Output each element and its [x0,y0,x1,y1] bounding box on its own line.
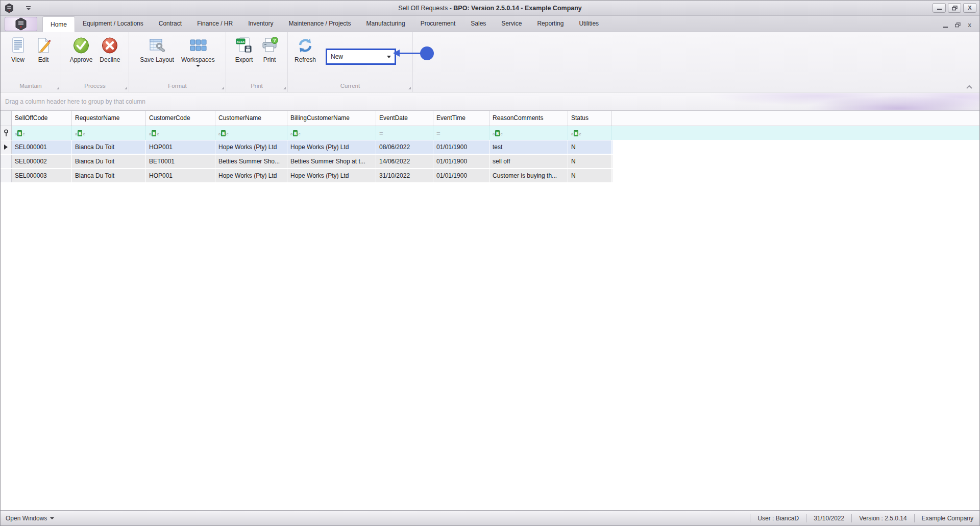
column-header-requestorname[interactable]: RequestorName [72,111,146,126]
tab-inventory[interactable]: Inventory [240,16,281,32]
filter-cell-billingcustomername[interactable]: aBc [287,126,376,140]
cell-reasoncomments[interactable]: test [489,140,568,154]
decline-button[interactable]: Decline [96,35,124,65]
row-indicator-header [1,111,12,126]
tab-manufacturing[interactable]: Manufacturing [359,16,413,32]
cell-requestorname[interactable]: Bianca Du Toit [72,155,146,168]
cell-eventtime[interactable]: 01/01/1900 [433,140,489,154]
tab-contract[interactable]: Contract [151,16,189,32]
cell-reasoncomments[interactable]: Customer is buying th... [489,169,568,182]
column-header-customername[interactable]: CustomerName [215,111,287,126]
cell-billingcustomername[interactable]: Betties Summer Shop at t... [287,155,376,168]
filter-cell-eventdate[interactable]: = [376,126,433,140]
column-header-billingcustomername[interactable]: BillingCustomerName [287,111,376,126]
cell-status[interactable]: N [568,140,612,154]
filter-cell-customercode[interactable]: aBc [146,126,215,140]
group-by-hint: Drag a column header here to group by th… [1,98,145,105]
column-header-reasoncomments[interactable]: ReasonComments [489,111,568,126]
filter-cell-status[interactable]: aBc [568,126,612,140]
cell-customercode[interactable]: BET0001 [146,155,215,168]
current-filter-combo[interactable]: New [326,49,396,65]
cell-billingcustomername[interactable]: Hope Works (Pty) Ltd [287,169,376,182]
filter-cell-selloffcode[interactable]: aBc [12,126,72,140]
mdi-minimize-icon[interactable] [943,27,948,28]
cell-customercode[interactable]: HOP001 [146,169,215,182]
svg-text:XLSX: XLSX [237,40,245,43]
workspaces-button[interactable]: Workspaces [178,35,218,68]
ribbon-group-print: XLSX Export ? [226,32,288,92]
cell-status[interactable]: N [568,169,612,182]
cell-eventtime[interactable]: 01/01/1900 [433,169,489,182]
tab-finance-hr[interactable]: Finance / HR [189,16,240,32]
export-button[interactable]: XLSX Export [231,35,257,65]
close-button[interactable]: X [963,3,976,13]
refresh-button[interactable]: Refresh [291,35,320,65]
cell-selloffcode[interactable]: SEL000002 [12,155,72,168]
restore-button[interactable] [948,3,961,13]
print-button[interactable]: ? Print [257,35,282,65]
filter-cell-customername[interactable]: aBc [215,126,287,140]
cell-requestorname[interactable]: Bianca Du Toit [72,140,146,154]
application-menu-button[interactable] [5,17,37,31]
grid-column-headers: SellOffCode RequestorName CustomerCode C… [1,111,979,126]
tab-sales[interactable]: Sales [463,16,494,32]
window-title: Sell Off Requests - BPO: Version 2.5.0.1… [1,5,979,12]
cell-customercode[interactable]: HOP001 [146,140,215,154]
tab-reporting[interactable]: Reporting [529,16,571,32]
equals-filter-icon: = [436,130,440,136]
table-row[interactable]: SEL000001 Bianca Du Toit HOP001 Hope Wor… [1,140,612,155]
cell-customername[interactable]: Hope Works (Pty) Ltd [215,169,287,182]
ribbon-group-label: Maintain [1,81,61,92]
tab-service[interactable]: Service [494,16,529,32]
printer-help-icon: ? [260,36,279,55]
column-header-eventtime[interactable]: EventTime [433,111,489,126]
open-windows-button[interactable]: Open Windows [6,515,54,522]
cell-status[interactable]: N [568,155,612,168]
tab-maintenance-projects[interactable]: Maintenance / Projects [281,16,359,32]
cell-billingcustomername[interactable]: Hope Works (Pty) Ltd [287,140,376,154]
column-header-eventdate[interactable]: EventDate [376,111,433,126]
group-dialog-launcher-icon[interactable] [222,87,224,89]
filter-row-indicator [1,126,12,140]
cell-customername[interactable]: Hope Works (Pty) Ltd [215,140,287,154]
filter-cell-requestorname[interactable]: aBc [72,126,146,140]
cell-requestorname[interactable]: Bianca Du Toit [72,169,146,182]
column-header-selloffcode[interactable]: SellOffCode [12,111,72,126]
group-dialog-launcher-icon[interactable] [125,87,127,89]
collapse-ribbon-icon[interactable] [965,84,973,90]
group-dialog-launcher-icon[interactable] [408,87,411,89]
edit-button[interactable]: Edit [31,35,56,65]
table-row[interactable]: SEL000002 Bianca Du Toit BET0001 Betties… [1,155,612,169]
group-dialog-launcher-icon[interactable] [57,87,59,89]
tab-equipment-locations[interactable]: Equipment / Locations [75,16,151,32]
cell-selloffcode[interactable]: SEL000003 [12,169,72,182]
group-dialog-launcher-icon[interactable] [283,87,286,89]
column-header-customercode[interactable]: CustomerCode [146,111,215,126]
mdi-close-icon[interactable]: x [968,21,971,29]
cell-reasoncomments[interactable]: sell off [489,155,568,168]
cell-eventdate[interactable]: 14/06/2022 [376,155,433,168]
quick-access-dropdown-icon[interactable] [26,6,31,10]
tab-home[interactable]: Home [42,16,75,32]
tab-utilities[interactable]: Utilities [571,16,606,32]
cell-eventdate[interactable]: 08/06/2022 [376,140,433,154]
cell-selloffcode[interactable]: SEL000001 [12,140,72,154]
filter-cell-eventtime[interactable]: = [433,126,489,140]
print-button-label: Print [263,56,276,63]
cell-eventtime[interactable]: 01/01/1900 [433,155,489,168]
save-layout-button[interactable]: Save Layout [136,35,178,65]
cell-customername[interactable]: Betties Summer Sho... [215,155,287,168]
mdi-restore-icon[interactable] [955,22,961,28]
view-button[interactable]: View [5,35,31,65]
export-button-label: Export [235,56,253,63]
red-x-icon [101,36,119,55]
minimize-button[interactable] [933,3,946,13]
filter-cell-reasoncomments[interactable]: aBc [489,126,568,140]
table-row[interactable]: SEL000003 Bianca Du Toit HOP001 Hope Wor… [1,169,612,183]
group-by-panel[interactable]: Drag a column header here to group by th… [1,92,979,111]
column-header-status[interactable]: Status [568,111,612,126]
cell-eventdate[interactable]: 31/10/2022 [376,169,433,182]
approve-button[interactable]: Approve [66,35,96,65]
text-filter-icon: aBc [493,130,502,136]
tab-procurement[interactable]: Procurement [413,16,463,32]
